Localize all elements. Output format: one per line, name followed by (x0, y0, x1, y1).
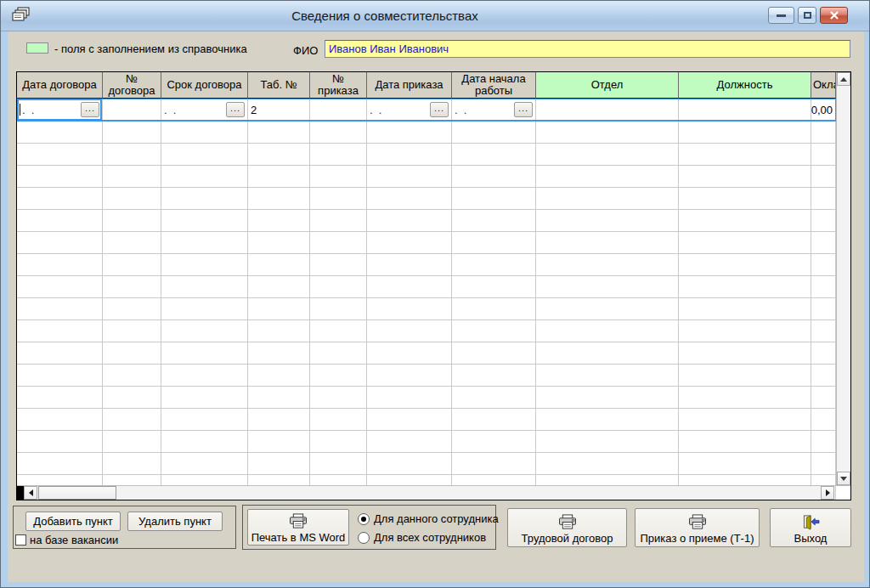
grid-cell-7[interactable]: . .... (452, 99, 536, 122)
grid-row-empty[interactable] (17, 453, 836, 475)
grid-empty-cell (811, 166, 836, 188)
close-button[interactable] (820, 7, 848, 24)
printer-icon (687, 514, 708, 530)
grid-row-empty[interactable] (17, 122, 836, 144)
grid-empty-cell (536, 431, 679, 453)
grid-row-empty[interactable] (17, 298, 836, 320)
grid-row-empty[interactable] (17, 166, 836, 188)
add-item-button[interactable]: Добавить пункт (25, 512, 121, 531)
grid-empty-cell (679, 453, 811, 475)
grid-first-row[interactable]: . ..... ....2. ..... ....0,00 (17, 99, 836, 122)
grid-empty-cell (679, 431, 811, 453)
grid-cell-2[interactable] (103, 99, 161, 122)
radio-unselected-icon[interactable] (358, 532, 370, 544)
grid-row-empty[interactable] (17, 210, 836, 232)
grid-row-empty[interactable] (17, 387, 836, 409)
title-bar: Сведения о совместительствах (1, 1, 870, 31)
minimize-button[interactable] (768, 7, 794, 24)
delete-item-button[interactable]: Удалить пункт (127, 512, 223, 531)
scroll-left-button[interactable] (24, 486, 37, 500)
grid-empty-cell (103, 387, 161, 409)
column-header-4: Таб. № (248, 72, 310, 99)
window-title: Сведения о совместительствах (1, 8, 769, 23)
grid-empty-cell (17, 475, 103, 485)
grid-empty-cell (679, 409, 811, 431)
grid-empty-cell (679, 144, 811, 166)
grid-empty-cell (17, 144, 103, 166)
grid-empty-cell (452, 166, 536, 188)
date-picker-ellipsis-button[interactable]: ... (226, 102, 245, 117)
scroll-up-button[interactable] (837, 72, 850, 86)
grid-empty-cell (17, 453, 103, 475)
grid-row-empty[interactable] (17, 431, 836, 453)
grid-row-empty[interactable] (17, 342, 836, 365)
column-header-3: Срок договора (161, 72, 248, 99)
print-word-button[interactable]: Печать в MS Word (247, 509, 349, 546)
grid-row-empty[interactable] (17, 188, 836, 210)
arrow-up-icon (840, 74, 847, 82)
grid-empty-cell (103, 276, 161, 298)
vacancy-checkbox[interactable] (15, 534, 26, 546)
vacancy-checkbox-label: на базе вакансии (30, 534, 118, 546)
grid-empty-cell (161, 431, 248, 453)
grid-row-empty[interactable] (17, 276, 836, 298)
grid-cell-6[interactable]: . .... (367, 99, 452, 122)
grid-empty-cell (452, 320, 536, 342)
grid-row-empty[interactable] (17, 409, 836, 431)
grid-empty-cell (248, 254, 310, 276)
grid-empty-cell (679, 254, 811, 276)
grid-row-empty[interactable] (17, 365, 836, 387)
grid-empty-cell (536, 254, 679, 276)
grid-cell-10[interactable]: 0,00 (811, 99, 836, 122)
fio-input[interactable]: Иванов Иван Иванович (325, 40, 850, 58)
grid-empty-cell (17, 320, 103, 342)
grid-empty-cell (17, 387, 103, 409)
grid-empty-cell (17, 431, 103, 453)
grid-cell-1[interactable]: . .... (17, 99, 103, 122)
grid-empty-cell (103, 320, 161, 342)
grid-empty-cell (811, 254, 836, 276)
vertical-scrollbar[interactable] (836, 72, 850, 485)
grid-cell-8[interactable] (536, 99, 679, 122)
grid-empty-cell (310, 298, 367, 320)
grid-cell-3[interactable]: . .... (161, 99, 248, 122)
radio-all-employees[interactable]: Для всех сотрудников (358, 531, 486, 544)
scroll-down-button[interactable] (837, 472, 850, 485)
grid-empty-cell (310, 475, 367, 485)
grid-cell-4[interactable]: 2 (248, 99, 310, 122)
grid-row-empty[interactable] (17, 144, 836, 166)
grid-row-empty[interactable] (17, 475, 836, 485)
date-picker-ellipsis-button[interactable]: ... (430, 102, 449, 117)
labor-contract-button[interactable]: Трудовой договор (507, 508, 627, 547)
date-picker-ellipsis-button[interactable]: ... (514, 102, 533, 117)
grid-empty-cell (811, 365, 836, 387)
exit-label: Выход (794, 532, 828, 545)
radio-current-employee[interactable]: Для данного сотрудника (358, 512, 499, 525)
grid-cell-5[interactable] (310, 99, 367, 122)
horizontal-scroll-thumb[interactable] (38, 486, 116, 500)
reference-legend-swatch (26, 42, 48, 54)
hire-order-button[interactable]: Приказ о приеме (Т-1) (635, 508, 760, 547)
exit-button[interactable]: Выход (770, 508, 851, 547)
grid-empty-cell (536, 188, 679, 210)
grid-empty-cell (811, 122, 836, 144)
column-header-2: № договора (103, 72, 161, 99)
scroll-right-button[interactable] (821, 486, 834, 500)
grid-cell-9[interactable] (679, 99, 811, 122)
grid-row-empty[interactable] (17, 254, 836, 276)
horizontal-scrollbar[interactable] (17, 485, 850, 500)
grid-row-empty[interactable] (17, 232, 836, 254)
grid-row-empty[interactable] (17, 320, 836, 342)
grid-empty-cell (103, 188, 161, 210)
grid-empty-cell (248, 409, 310, 431)
maximize-button[interactable] (798, 7, 816, 24)
grid-empty-cell (367, 298, 452, 320)
column-header-8: Отдел (536, 72, 679, 99)
grid-empty-cell (248, 232, 310, 254)
grid-empty-cell (367, 365, 452, 387)
grid-empty-cell (452, 387, 536, 409)
date-picker-ellipsis-button[interactable]: ... (81, 102, 99, 117)
grid-empty-cell (452, 254, 536, 276)
grid-empty-cell (310, 387, 367, 409)
radio-selected-icon[interactable] (358, 513, 370, 525)
